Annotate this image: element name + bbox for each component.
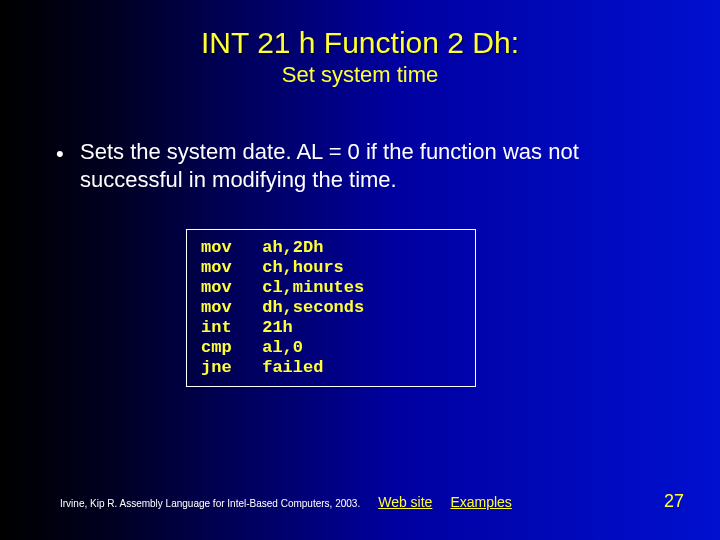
code-box: mov ah,2Dh mov ch,hours mov cl,minutes m…	[186, 229, 476, 387]
slide-subtitle: Set system time	[0, 62, 720, 88]
footer-link-examples[interactable]: Examples	[450, 494, 511, 510]
slide-body: • Sets the system date. AL = 0 if the fu…	[0, 138, 720, 387]
footer-links: Web site Examples	[378, 494, 512, 510]
footer-citation: Irvine, Kip R. Assembly Language for Int…	[60, 498, 360, 509]
code-listing: mov ah,2Dh mov ch,hours mov cl,minutes m…	[201, 238, 461, 378]
slide: INT 21 h Function 2 Dh: Set system time …	[0, 0, 720, 540]
page-number: 27	[664, 491, 684, 512]
slide-footer: Irvine, Kip R. Assembly Language for Int…	[0, 491, 720, 512]
bullet-text: Sets the system date. AL = 0 if the func…	[80, 138, 664, 193]
slide-title: INT 21 h Function 2 Dh:	[0, 0, 720, 60]
bullet-item: • Sets the system date. AL = 0 if the fu…	[56, 138, 664, 193]
footer-link-website[interactable]: Web site	[378, 494, 432, 510]
bullet-dot-icon: •	[56, 138, 80, 193]
